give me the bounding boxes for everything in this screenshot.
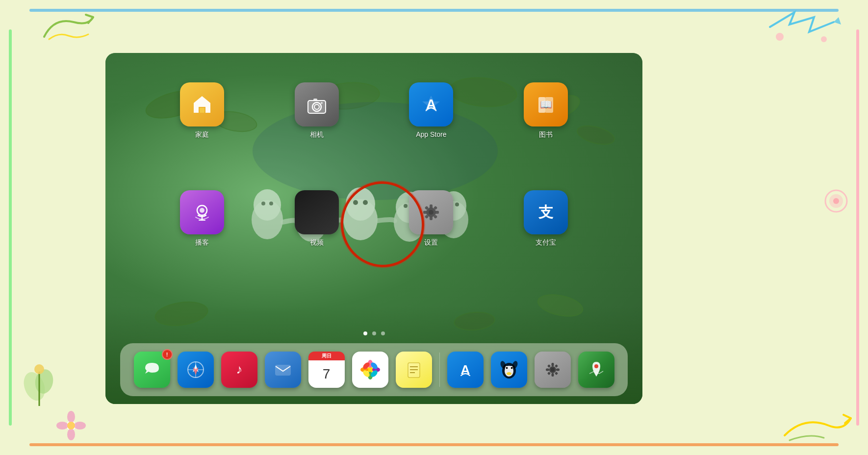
camera-icon-bg[interactable] xyxy=(295,82,339,126)
dock-music[interactable]: ♪ xyxy=(221,352,257,388)
camera-label: 相机 xyxy=(310,130,324,139)
page-dot-3 xyxy=(381,331,385,335)
app-alipay[interactable]: 支 支付宝 xyxy=(524,190,568,247)
svg-rect-101 xyxy=(554,364,558,368)
svg-point-42 xyxy=(321,102,323,104)
svg-point-91 xyxy=(507,372,511,375)
svg-rect-70 xyxy=(276,365,290,375)
home-label: 家庭 xyxy=(195,130,209,139)
svg-point-11 xyxy=(67,411,75,423)
svg-text:支: 支 xyxy=(538,204,554,220)
svg-rect-102 xyxy=(547,372,550,375)
dock-calendar[interactable]: 周日 7 xyxy=(308,352,345,388)
svg-point-104 xyxy=(594,364,598,368)
svg-point-1 xyxy=(776,33,784,41)
svg-point-10 xyxy=(66,421,76,430)
dock-qq[interactable] xyxy=(491,352,527,388)
apps-row-1: 家庭 相机 A xyxy=(105,82,642,139)
messages-badge: ! xyxy=(162,349,173,360)
deco-topleft xyxy=(39,12,98,42)
page-dot-1 xyxy=(363,331,367,335)
alipay-label: 支付宝 xyxy=(536,238,556,247)
svg-point-90 xyxy=(511,367,512,369)
calendar-weekday: 周日 xyxy=(308,352,345,360)
svg-point-95 xyxy=(551,368,555,372)
dock-notes[interactable] xyxy=(396,352,432,388)
page-dots xyxy=(363,331,385,335)
svg-point-3 xyxy=(20,369,49,404)
svg-rect-97 xyxy=(551,373,554,377)
appletv-icon-bg[interactable] xyxy=(295,190,339,234)
app-podcasts[interactable]: 播客 xyxy=(180,190,224,247)
dock-safari[interactable] xyxy=(178,352,214,388)
svg-point-14 xyxy=(74,422,86,430)
books-label: 图书 xyxy=(539,130,553,139)
app-home[interactable]: 家庭 xyxy=(180,82,224,139)
svg-rect-100 xyxy=(547,364,550,368)
svg-point-7 xyxy=(825,190,847,212)
svg-marker-0 xyxy=(834,17,841,25)
books-icon-bg[interactable]: 📖 xyxy=(524,82,568,126)
dock-settings[interactable] xyxy=(535,352,571,388)
dock: ! ♪ xyxy=(120,343,628,396)
appletv-label: 视频 xyxy=(310,238,324,247)
svg-point-49 xyxy=(200,208,204,213)
deco-flower-bottomleft xyxy=(56,411,86,440)
svg-rect-99 xyxy=(556,369,560,371)
deco-circle-right xyxy=(821,186,851,226)
deco-plant-left xyxy=(20,357,59,416)
appstore-icon-bg[interactable]: A xyxy=(409,82,453,126)
app-appstore[interactable]: A App Store xyxy=(409,82,453,139)
svg-rect-41 xyxy=(313,99,317,101)
page-dot-2 xyxy=(372,331,376,335)
app-books[interactable]: 📖 图书 xyxy=(524,82,568,139)
svg-point-2 xyxy=(821,36,827,42)
svg-rect-36 xyxy=(200,108,204,113)
deco-topright xyxy=(765,7,843,47)
settings-icon-bg[interactable] xyxy=(409,190,453,234)
app-settings[interactable]: 设置 xyxy=(409,190,453,247)
dock-maps[interactable] xyxy=(578,352,614,388)
deco-bottomright xyxy=(780,406,853,445)
svg-point-89 xyxy=(506,367,508,369)
svg-text:📖: 📖 xyxy=(540,99,552,110)
podcasts-icon-bg[interactable] xyxy=(180,190,224,234)
svg-rect-103 xyxy=(554,372,558,375)
ipad-screen: 家庭 相机 A xyxy=(105,53,642,404)
svg-point-8 xyxy=(829,194,843,208)
dock-photos[interactable] xyxy=(352,352,388,388)
home-icon[interactable] xyxy=(180,82,224,126)
svg-text:♪: ♪ xyxy=(236,362,242,377)
dock-messages[interactable]: ! xyxy=(134,352,170,388)
svg-point-13 xyxy=(56,422,68,430)
settings-label: 设置 xyxy=(424,238,438,247)
app-appletv[interactable]: 视频 xyxy=(295,190,339,247)
svg-point-15 xyxy=(67,422,75,430)
svg-point-12 xyxy=(67,429,75,440)
alipay-icon-bg[interactable]: 支 xyxy=(524,190,568,234)
dock-separator xyxy=(439,353,440,387)
podcasts-label: 播客 xyxy=(195,238,209,247)
dock-mail[interactable] xyxy=(265,352,301,388)
svg-rect-98 xyxy=(546,369,549,371)
dock-appstore[interactable]: A xyxy=(447,352,484,388)
svg-point-9 xyxy=(833,198,839,204)
apps-row-2: 播客 视频 xyxy=(105,190,642,247)
app-camera[interactable]: 相机 xyxy=(295,82,339,139)
svg-point-4 xyxy=(33,368,55,395)
svg-point-52 xyxy=(429,210,434,215)
svg-point-6 xyxy=(34,364,44,374)
appstore-label: App Store xyxy=(416,130,446,138)
calendar-day: 7 xyxy=(323,360,331,388)
svg-rect-96 xyxy=(551,363,554,366)
